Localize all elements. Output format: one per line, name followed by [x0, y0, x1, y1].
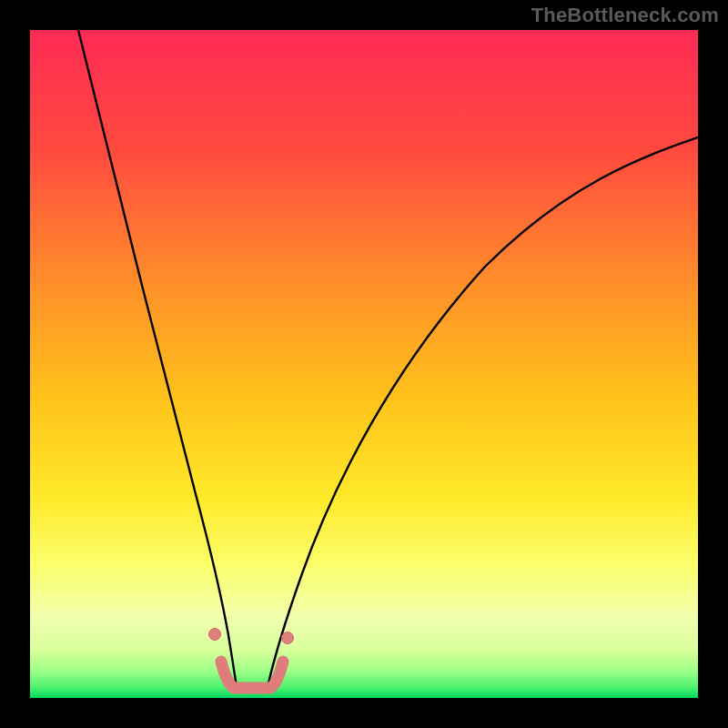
plot-area	[30, 30, 698, 698]
watermark-text: TheBottleneck.com	[531, 4, 719, 27]
chart-frame: TheBottleneck.com	[0, 0, 728, 728]
marker-dot-right	[282, 632, 294, 644]
plot-svg	[30, 30, 698, 698]
marker-dot-left	[209, 629, 221, 641]
gradient-background	[30, 30, 698, 698]
